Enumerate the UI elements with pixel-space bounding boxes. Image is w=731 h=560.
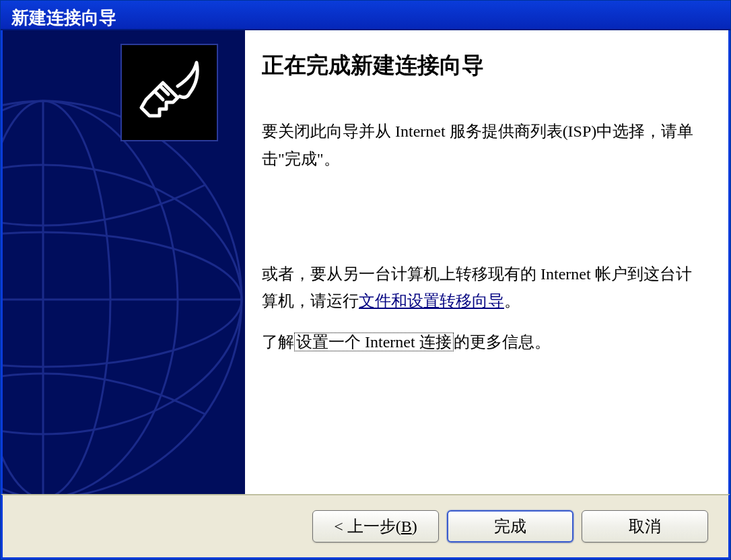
- network-plug-icon: [129, 53, 210, 133]
- window-title: 新建连接向导: [11, 8, 116, 28]
- files-settings-transfer-wizard-link[interactable]: 文件和设置转移向导: [359, 292, 504, 310]
- wizard-heading: 正在完成新建连接向导: [262, 50, 701, 81]
- back-button[interactable]: < 上一步(B): [312, 510, 439, 542]
- para3-suffix: 的更多信息。: [454, 333, 551, 351]
- content-area: 正在完成新建连接向导 要关闭此向导并从 Internet 服务提供商列表(ISP…: [1, 30, 730, 494]
- wizard-sidebar: [3, 30, 245, 494]
- wizard-icon-box: [120, 44, 218, 141]
- back-button-hotkey: B: [401, 518, 412, 536]
- wizard-footer: < 上一步(B) 完成 取消: [1, 494, 730, 559]
- back-button-suffix: ): [412, 518, 417, 536]
- para3-prefix: 了解: [262, 333, 294, 351]
- wizard-instruction-2: 或者，要从另一台计算机上转移现有的 Internet 帐户到这台计算机，请运行文…: [262, 260, 701, 316]
- wizard-main-panel: 正在完成新建连接向导 要关闭此向导并从 Internet 服务提供商列表(ISP…: [245, 30, 728, 494]
- wizard-instruction-1: 要关闭此向导并从 Internet 服务提供商列表(ISP)中选择，请单击"完成…: [262, 118, 701, 173]
- para2-suffix: 。: [504, 292, 520, 310]
- spacer: [262, 186, 701, 260]
- wizard-window: 新建连接向导: [0, 0, 731, 560]
- setup-internet-connection-link[interactable]: 设置一个 Internet 连接: [294, 332, 454, 351]
- titlebar: 新建连接向导: [1, 1, 730, 30]
- svg-point-4: [3, 101, 110, 494]
- cancel-button[interactable]: 取消: [582, 510, 708, 542]
- globe-background-icon: [3, 98, 245, 494]
- finish-button[interactable]: 完成: [447, 510, 573, 542]
- back-button-prefix: < 上一步(: [334, 516, 401, 537]
- wizard-instruction-3: 了解设置一个 Internet 连接的更多信息。: [262, 328, 701, 356]
